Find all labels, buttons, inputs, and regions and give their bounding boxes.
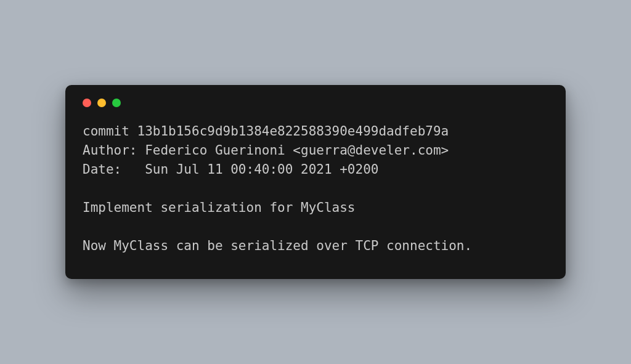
commit-body: Now MyClass can be serialized over TCP c… [83,238,472,253]
window-titlebar [83,99,548,122]
minimize-icon[interactable] [97,99,106,107]
commit-hash-line: commit 13b1b156c9d9b1384e822588390e499da… [83,124,449,139]
commit-subject: Implement serialization for MyClass [83,200,356,215]
terminal-window: commit 13b1b156c9d9b1384e822588390e499da… [65,85,566,280]
commit-author-line: Author: Federico Guerinoni <guerra@devel… [83,143,449,158]
maximize-icon[interactable] [112,99,121,107]
commit-date-line: Date: Sun Jul 11 00:40:00 2021 +0200 [83,162,378,177]
close-icon[interactable] [83,99,91,107]
terminal-output: commit 13b1b156c9d9b1384e822588390e499da… [83,122,548,256]
